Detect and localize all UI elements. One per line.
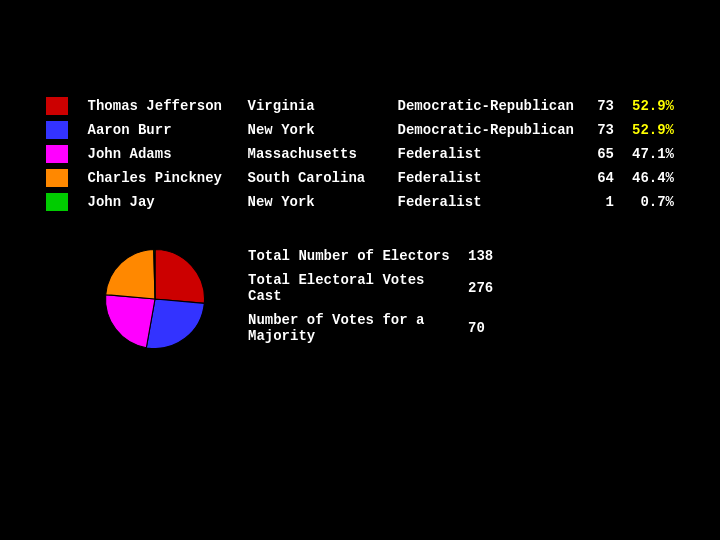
candidate-votes: 64	[580, 166, 620, 190]
candidate-party: Federalist	[392, 142, 580, 166]
totals-label: Total Number of Electors	[240, 244, 460, 268]
candidate-party: Federalist	[392, 190, 580, 214]
totals-value: 138	[460, 244, 501, 268]
candidate-pct: 0.7%	[620, 190, 680, 214]
table-row: Thomas Jefferson Virginia Democratic-Rep…	[40, 94, 680, 118]
page-title	[40, 30, 680, 64]
candidate-votes: 1	[580, 190, 620, 214]
table-row: John Adams Massachusetts Federalist 65 4…	[40, 142, 680, 166]
candidate-votes: 73	[580, 118, 620, 142]
pie-chart	[100, 244, 210, 354]
pie-segment	[106, 294, 155, 347]
candidate-pct: 47.1%	[620, 142, 680, 166]
pie-segment	[146, 299, 204, 349]
candidate-votes: 65	[580, 142, 620, 166]
table-row: Aaron Burr New York Democratic-Republica…	[40, 118, 680, 142]
candidate-party: Federalist	[392, 166, 580, 190]
pie-segment	[106, 249, 155, 298]
candidate-state: Massachusetts	[242, 142, 392, 166]
candidate-pct: 46.4%	[620, 166, 680, 190]
candidate-state: New York	[242, 190, 392, 214]
candidate-party: Democratic-Republican	[392, 118, 580, 142]
candidate-pct: 52.9%	[620, 118, 680, 142]
totals-section: Total Number of Electors 138 Total Elect…	[240, 244, 680, 348]
totals-row: Number of Votes for a Majority 70	[240, 308, 501, 348]
color-swatch	[46, 169, 68, 187]
candidate-name: Thomas Jefferson	[82, 94, 242, 118]
table-row: Charles Pinckney South Carolina Federali…	[40, 166, 680, 190]
pie-segment	[155, 249, 205, 303]
candidate-pct: 52.9%	[620, 94, 680, 118]
bottom-section: Total Number of Electors 138 Total Elect…	[40, 244, 680, 359]
table-row: John Jay New York Federalist 1 0.7%	[40, 190, 680, 214]
color-swatch	[46, 145, 68, 163]
page: Thomas Jefferson Virginia Democratic-Rep…	[0, 0, 720, 540]
color-swatch	[46, 97, 68, 115]
candidate-party: Democratic-Republican	[392, 94, 580, 118]
candidate-state: Virginia	[242, 94, 392, 118]
candidate-name: John Jay	[82, 190, 242, 214]
candidates-table: Thomas Jefferson Virginia Democratic-Rep…	[40, 94, 680, 214]
candidate-votes: 73	[580, 94, 620, 118]
candidate-state: South Carolina	[242, 166, 392, 190]
candidate-name: Aaron Burr	[82, 118, 242, 142]
color-swatch	[46, 121, 68, 139]
totals-table: Total Number of Electors 138 Total Elect…	[240, 244, 501, 348]
pie-chart-container	[100, 244, 210, 359]
totals-row: Total Electoral Votes Cast 276	[240, 268, 501, 308]
totals-label: Total Electoral Votes Cast	[240, 268, 460, 308]
candidate-state: New York	[242, 118, 392, 142]
totals-row: Total Number of Electors 138	[240, 244, 501, 268]
totals-value: 70	[460, 308, 501, 348]
totals-label: Number of Votes for a Majority	[240, 308, 460, 348]
totals-value: 276	[460, 268, 501, 308]
color-swatch	[46, 193, 68, 211]
candidate-name: John Adams	[82, 142, 242, 166]
candidate-name: Charles Pinckney	[82, 166, 242, 190]
